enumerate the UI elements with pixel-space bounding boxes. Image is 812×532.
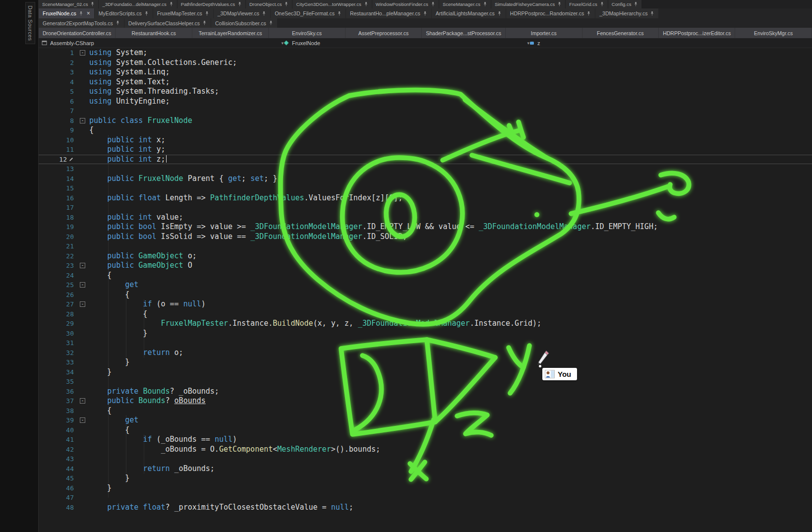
- pin-icon[interactable]: [90, 1, 95, 7]
- code-line[interactable]: 36 private Bounds? _oBounds;: [39, 387, 812, 397]
- code-editor[interactable]: 1-using System;2using System.Collections…: [39, 48, 812, 532]
- code-line[interactable]: 45 }: [39, 473, 812, 483]
- tab-artificiallightsmanager-cs[interactable]: ArtificialLightsManager.cs: [432, 8, 506, 18]
- pin-icon[interactable]: [79, 11, 83, 16]
- close-icon[interactable]: ×: [87, 10, 90, 16]
- pin-icon[interactable]: [262, 11, 266, 16]
- fold-collapse-marker[interactable]: -: [75, 261, 89, 271]
- code-line[interactable]: 7: [39, 106, 812, 116]
- code-line[interactable]: 23- public GameObject O: [39, 261, 812, 271]
- tab-generator2exportmaptools-cs[interactable]: Generator2ExportMapTools.cs: [39, 18, 124, 28]
- pin-icon[interactable]: [269, 20, 273, 26]
- tab-onesec3d-fileformat-cs[interactable]: OneSec3D_FileFormat.cs: [271, 8, 346, 18]
- fold-collapse-marker[interactable]: -: [75, 415, 89, 425]
- fold-collapse-marker[interactable]: -: [75, 116, 89, 126]
- code-line[interactable]: 18 public int value;: [39, 213, 812, 223]
- tab-hdrppostproc-randomizer-cs[interactable]: HDRPPostproc...Randomizer.cs: [506, 8, 595, 18]
- code-line[interactable]: 39- get: [39, 415, 812, 425]
- code-line[interactable]: 37- public Bounds? oBounds: [39, 396, 812, 406]
- tab-scenemanager-02-cs[interactable]: SceneManager_02.cs: [39, 0, 98, 8]
- tab-importer-cs[interactable]: Importer.cs: [506, 28, 581, 38]
- tab-scenemanager-cs[interactable]: SceneManager.cs: [439, 0, 491, 8]
- fold-collapse-marker[interactable]: -: [75, 396, 89, 406]
- pin-icon[interactable]: [205, 11, 209, 16]
- code-line[interactable]: 32 return o;: [39, 348, 812, 358]
- code-line[interactable]: 17: [39, 203, 812, 213]
- tab-config-cs[interactable]: Config.cs: [608, 0, 642, 8]
- pin-icon[interactable]: [237, 1, 242, 7]
- code-line[interactable]: 12 public int z;: [39, 155, 812, 165]
- code-line[interactable]: 40 {: [39, 425, 812, 435]
- code-line[interactable]: 31: [39, 338, 812, 348]
- breadcrumb-member-selector[interactable]: z: [529, 40, 540, 46]
- code-line[interactable]: 26 {: [39, 290, 812, 300]
- pin-icon[interactable]: [557, 1, 562, 7]
- code-line[interactable]: 9{: [39, 125, 812, 135]
- pin-icon[interactable]: [144, 11, 149, 16]
- code-line[interactable]: 35: [39, 377, 812, 387]
- breadcrumb-type-selector[interactable]: FruxelNode ▾: [284, 40, 529, 46]
- code-line[interactable]: 27- if (o == null): [39, 299, 812, 309]
- code-line[interactable]: 13: [39, 164, 812, 174]
- tab-restaurantho-plemanager-cs[interactable]: RestaurantHo...pleManager.cs: [346, 8, 431, 18]
- code-line[interactable]: 41 if (_oBounds == null): [39, 435, 812, 445]
- tab--3dmaphierarchy-cs[interactable]: _3DMapHierarchy.cs: [595, 8, 658, 18]
- tab-windowpositionfinder-cs[interactable]: WindowPositionFinder.cs: [372, 0, 439, 8]
- code-line[interactable]: 42 _oBounds = O.GetComponent<MeshRendere…: [39, 445, 812, 455]
- tab--3dmapviewer-cs[interactable]: _3DMapViewer.cs: [214, 8, 270, 18]
- pin-icon[interactable]: [423, 11, 427, 16]
- code-line[interactable]: 5using System.Threading.Tasks;: [39, 87, 812, 97]
- code-line[interactable]: 19 public bool IsEmpty => value >= _3DFo…: [39, 222, 812, 232]
- tab-fruxelmaptester-cs[interactable]: FruxelMapTester.cs: [153, 8, 213, 18]
- tool-tab-data-sources[interactable]: Data Sources: [25, 2, 35, 44]
- tab-droneobject-cs[interactable]: DroneObject.cs: [246, 0, 292, 8]
- tab-droneorientationcontroller-cs[interactable]: DroneOrientationController.cs: [39, 28, 115, 38]
- code-line[interactable]: 47: [39, 493, 812, 503]
- pin-icon[interactable]: [586, 11, 591, 16]
- code-line[interactable]: 43: [39, 454, 812, 464]
- code-line[interactable]: 15: [39, 183, 812, 193]
- code-line[interactable]: 29 FruxelMapTester.Instance.BuildNode(x,…: [39, 319, 812, 329]
- fold-collapse-marker[interactable]: -: [75, 299, 89, 309]
- code-line[interactable]: 48 private float? _proximityToClosestObs…: [39, 503, 812, 513]
- code-line[interactable]: 28 {: [39, 309, 812, 319]
- tab-collisionsubscriber-cs[interactable]: CollisionSubscriber.cs: [211, 18, 277, 28]
- tab-pathfinderdepthvalues-cs[interactable]: PathfinderDepthValues.cs: [177, 0, 245, 8]
- tab--3dfoundatio-delmanager-cs[interactable]: _3DFoundatio...delManager.cs: [99, 0, 176, 8]
- code-line[interactable]: 6using UnityEngine;: [39, 97, 812, 107]
- fold-collapse-marker[interactable]: -: [75, 48, 89, 58]
- code-line[interactable]: 44 return _oBounds;: [39, 464, 812, 474]
- tab-fencesgenerator-cs[interactable]: FencesGenerator.cs: [582, 28, 658, 38]
- pin-icon[interactable]: [600, 1, 604, 7]
- pin-icon[interactable]: [202, 20, 207, 26]
- code-line[interactable]: 24 {: [39, 271, 812, 281]
- code-line[interactable]: 34 }: [39, 367, 812, 377]
- tab-fruxelnode-cs[interactable]: FruxelNode.cs×: [39, 8, 94, 18]
- code-line[interactable]: 3using System.Linq;: [39, 67, 812, 77]
- breadcrumb-project-selector[interactable]: Assembly-CSharp ▾: [42, 40, 284, 46]
- tab-fruxelgrid-cs[interactable]: FruxelGrid.cs: [566, 0, 607, 8]
- code-line[interactable]: 11 public int y;: [39, 145, 812, 155]
- tab-envirosky-cs[interactable]: EnviroSky.cs: [269, 28, 345, 38]
- pin-icon[interactable]: [497, 11, 502, 16]
- tab-shaderpackage-stprocessor-cs[interactable]: ShaderPackage...stProcessor.cs: [422, 28, 505, 38]
- fold-collapse-marker[interactable]: -: [75, 280, 89, 290]
- tab-myeditorscripts-cs[interactable]: MyEditorScripts.cs: [95, 8, 153, 18]
- tab-simulatedfisheyecamera-cs[interactable]: SimulatedFisheyeCamera.cs: [491, 0, 565, 8]
- tab-deliverysurfaceclasshelper-cs[interactable]: DeliverySurfaceClassHelper.cs: [124, 18, 211, 28]
- tab-hdrppostproc-izereditor-cs[interactable]: HDRPPostproc...izerEditor.cs: [659, 28, 735, 38]
- code-line[interactable]: 2using System.Collections.Generic;: [39, 58, 812, 68]
- code-line[interactable]: 33 }: [39, 357, 812, 367]
- code-line[interactable]: 46 }: [39, 483, 812, 493]
- pin-icon[interactable]: [650, 11, 654, 16]
- pin-icon[interactable]: [483, 1, 487, 7]
- pin-icon[interactable]: [634, 1, 638, 7]
- code-line[interactable]: 14 public FruxelNode Parent { get; set; …: [39, 174, 812, 184]
- code-line[interactable]: 16 public float Length => PathfinderDept…: [39, 193, 812, 203]
- code-line[interactable]: 38 {: [39, 406, 812, 416]
- pin-icon[interactable]: [284, 1, 289, 7]
- pin-icon[interactable]: [337, 11, 342, 16]
- code-line[interactable]: 30 }: [39, 329, 812, 339]
- pin-icon[interactable]: [169, 1, 174, 7]
- code-line[interactable]: 10 public int x;: [39, 135, 812, 145]
